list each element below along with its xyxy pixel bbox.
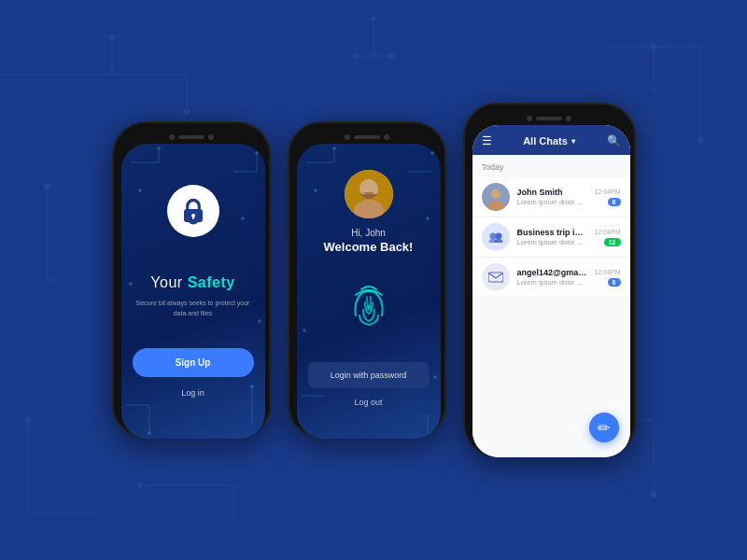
chat-name-business: Business trip in NY [517,228,587,237]
svg-point-24 [372,17,376,21]
svg-point-73 [494,239,502,243]
camera-dot-2 [208,134,214,140]
phone-notch-1 [121,134,261,140]
screen-signup: Your Safety Secure bit always seeks to p… [121,144,265,439]
chat-badge-business: 12 [604,238,621,246]
menu-icon[interactable]: ☰ [482,134,492,147]
chat-avatar-john [482,183,510,211]
chat-preview-angel: Lorem ipsum dolor sit amet cons... [517,278,587,287]
john-avatar-image [482,183,510,211]
screen-chats: ☰ All Chats ▾ 🔍 Today [472,125,630,457]
camera-dot-4 [384,134,389,140]
fingerprint-icon [341,280,397,336]
svg-point-26 [353,54,358,59]
chat-name-john: John Smith [517,188,587,197]
chat-content-john: John Smith Lorem ipsum dolor sit amet co… [517,188,587,206]
svg-point-7 [44,184,49,189]
chat-item-angel[interactable]: angel142@gmail.com Lorem ipsum dolor sit… [472,258,630,298]
camera-dot [169,134,175,140]
compose-icon: ✏ [598,419,610,437]
logout-link[interactable]: Log out [354,398,382,407]
chevron-down-icon: ▾ [571,137,575,146]
phone-chats: ☰ All Chats ▾ 🔍 Today [463,103,636,457]
svg-marker-21 [56,82,93,127]
chats-title-text: All Chats [523,135,568,147]
chat-avatar-group [482,223,510,251]
chat-time-business: 12:04PM [594,229,620,235]
chat-name-angel: angel142@gmail.com [517,268,587,277]
svg-point-16 [651,492,656,497]
chats-header: ☰ All Chats ▾ 🔍 [472,125,630,155]
login-password-button[interactable]: Login with password [308,362,430,388]
chat-content-angel: angel142@gmail.com Lorem ipsum dolor sit… [517,268,587,287]
user-avatar [345,170,393,218]
speaker-bar [178,135,204,139]
screen-welcome: Hi, John Welcome Back! [297,144,441,439]
search-icon[interactable]: 🔍 [607,134,621,147]
greeting-text: Hi, John [351,228,386,238]
svg-point-11 [698,137,703,143]
login-link[interactable]: Log in [181,388,204,398]
chat-preview-john: Lorem ipsum dolor sit amet cons... [517,198,587,206]
speaker-bar-2 [354,135,380,139]
camera-dot-3 [345,134,350,140]
svg-point-27 [390,54,395,59]
chat-preview-business: Lorem ipsum dolor sit amet cons... [517,238,587,246]
lock-icon-wrap [167,185,219,237]
svg-point-13 [651,44,656,49]
phone-signup: Your Safety Secure bit always seeks to p… [112,121,271,439]
fingerprint-area[interactable] [341,280,397,336]
section-today-label: Today [472,162,630,177]
chat-time-john: 12:04PM [594,189,620,195]
chat-avatar-email [482,263,510,291]
lock-icon [179,197,207,225]
chat-item-business-trip[interactable]: Business trip in NY Lorem ipsum dolor si… [472,217,630,258]
avatar-image [345,170,393,218]
chat-badge-john: 8 [608,198,621,206]
welcome-text: Welcome Back! [324,240,414,254]
svg-point-30 [138,483,143,488]
phone-welcome: Hi, John Welcome Back! [288,121,446,439]
svg-point-66 [367,306,371,310]
chat-content-business: Business trip in NY Lorem ipsum dolor si… [517,228,587,246]
svg-marker-22 [672,437,710,482]
svg-point-2 [109,35,115,40]
group-icon [488,231,503,243]
chat-meta-business: 12:04PM 12 [594,229,620,246]
phone-notch-3 [472,116,627,121]
chat-meta-john: 12:04PM 8 [594,189,620,206]
signup-button[interactable]: Sign Up [133,348,254,377]
svg-point-70 [489,233,496,240]
phones-container: Your Safety Secure bit always seeks to p… [112,103,636,457]
svg-rect-50 [192,216,194,219]
chat-time-angel: 12:04PM [594,269,620,275]
camera-dot-6 [566,116,571,121]
chat-item-john-smith[interactable]: John Smith Lorem ipsum dolor sit amet co… [472,177,630,217]
speaker-bar-3 [536,117,562,120]
svg-point-19 [25,417,31,423]
app-title: Your Safety [150,274,234,291]
chats-title-group: All Chats ▾ [523,135,575,147]
email-icon [488,272,503,283]
app-subtitle: Secure bit always seeks to protect your … [133,299,254,318]
svg-point-71 [495,233,501,240]
camera-dot-5 [527,116,532,121]
chat-meta-angel: 12:04PM 8 [594,269,620,287]
svg-marker-20 [635,45,672,90]
svg-point-68 [491,189,500,199]
chat-badge-angel: 8 [608,278,621,287]
phone-notch-2 [297,134,437,140]
compose-fab-button[interactable]: ✏ [589,413,619,442]
